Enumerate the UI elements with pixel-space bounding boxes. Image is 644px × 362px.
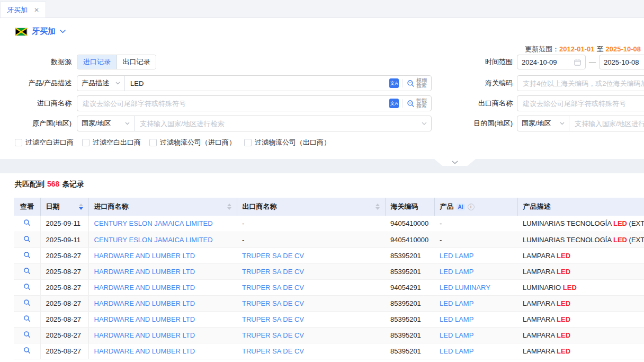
checkbox-icon[interactable]: [244, 139, 252, 146]
hs-code-field: [517, 75, 644, 91]
row-description: LUMINARIAS TECNOLOGÍA LED (EXT...: [517, 232, 644, 248]
row-product-link: -: [440, 236, 442, 244]
origin-label: 原产国(地区): [0, 119, 71, 128]
view-record-button[interactable]: [23, 219, 31, 226]
row-exporter-link[interactable]: TRUPER SA DE CV: [242, 299, 304, 307]
smart-search-button[interactable]: 智能搜索: [407, 98, 427, 109]
row-importer-link[interactable]: HARDWARE AND LUMBER LTD: [94, 347, 195, 355]
view-record-button[interactable]: [23, 347, 31, 354]
translate-icon[interactable]: 文A: [389, 78, 399, 88]
checkbox-filter-logistics-exporter[interactable]: 过滤物流公司（出口商）: [244, 138, 330, 147]
checkbox-icon[interactable]: [82, 139, 90, 146]
row-importer-link[interactable]: HARDWARE AND LUMBER LTD: [94, 315, 195, 323]
panel-gap: [0, 159, 644, 173]
date-start-field[interactable]: [517, 55, 586, 69]
col-date-label: 日期: [46, 202, 60, 211]
sort-exporter-icon[interactable]: [375, 204, 380, 210]
collapse-filters-handle[interactable]: [434, 159, 476, 166]
close-icon[interactable]: ✕: [34, 7, 39, 13]
product-label: 产品/产品描述: [0, 78, 71, 88]
row-exporter-link[interactable]: TRUPER SA DE CV: [242, 268, 304, 276]
product-search-input[interactable]: [125, 76, 389, 91]
filter-checkbox-row: 过滤空白进口商 过滤空白出口商 过滤物流公司（进口商） 过滤物流公司（出口商）: [15, 138, 330, 147]
date-start-input[interactable]: [522, 58, 571, 66]
date-end-field[interactable]: [599, 55, 644, 69]
checkbox-icon[interactable]: [149, 139, 157, 146]
sort-date-icon[interactable]: [79, 204, 83, 210]
desc-pre: LAMPARA: [523, 331, 557, 339]
col-product: 产品AIi: [434, 198, 517, 216]
desc-pre: LAMPARA: [523, 252, 557, 260]
origin-input[interactable]: [135, 116, 422, 131]
row-description: LAMPARA LED: [517, 295, 644, 311]
col-importer[interactable]: 进口商名称: [88, 198, 237, 216]
checkbox-filter-logistics-importer[interactable]: 过滤物流公司（进口商）: [149, 138, 236, 147]
view-record-button[interactable]: [23, 251, 31, 259]
row-product-link[interactable]: LED LAMP: [440, 331, 473, 339]
row-importer-link[interactable]: HARDWARE AND LUMBER LTD: [94, 331, 195, 339]
time-range-label: 时间范围: [441, 57, 513, 67]
view-record-button[interactable]: [23, 331, 31, 338]
origin-type-select[interactable]: 国家/地区: [77, 116, 135, 131]
destination-input[interactable]: [569, 116, 644, 131]
country-selector[interactable]: 牙买加: [15, 27, 66, 37]
sort-importer-icon[interactable]: [227, 204, 231, 210]
row-importer-link[interactable]: CENTURY ESLON JAMAICA LIMITED: [94, 236, 213, 244]
product-type-value: 产品描述: [82, 78, 109, 88]
data-source-toggle: 进口记录 出口记录: [77, 55, 156, 69]
row-importer-link[interactable]: HARDWARE AND LUMBER LTD: [94, 299, 195, 307]
row-importer-link[interactable]: CENTURY ESLON JAMAICA LIMITED: [94, 219, 213, 227]
view-record-button[interactable]: [23, 299, 31, 306]
importer-input[interactable]: [77, 96, 389, 111]
update-range-to: 2025-10-08: [606, 45, 641, 53]
checkbox-icon[interactable]: [15, 139, 22, 146]
fuzzy-line2: 搜索: [416, 83, 427, 89]
checkbox-label: 过滤空白出口商: [93, 138, 141, 147]
product-type-select[interactable]: 产品描述: [77, 76, 125, 91]
table-row: 2025-08-27 HARDWARE AND LUMBER LTD TRUPE…: [14, 263, 644, 279]
toggle-import-records[interactable]: 进口记录: [77, 55, 117, 69]
row-product-link[interactable]: LED LAMP: [440, 315, 473, 323]
row-product-link[interactable]: LED LAMP: [440, 252, 473, 260]
checkbox-filter-blank-importer[interactable]: 过滤空白进口商: [15, 138, 74, 147]
row-hs-code: 85395201: [385, 343, 434, 359]
row-exporter-link[interactable]: TRUPER SA DE CV: [242, 331, 304, 339]
search-icon: [23, 219, 31, 226]
row-exporter-link[interactable]: TRUPER SA DE CV: [242, 284, 304, 292]
exporter-input[interactable]: [517, 96, 644, 111]
view-record-button[interactable]: [23, 283, 31, 290]
tab-jamaica[interactable]: 牙买加 ✕: [0, 2, 46, 17]
toggle-export-records[interactable]: 出口记录: [117, 55, 156, 69]
row-exporter-link[interactable]: TRUPER SA DE CV: [242, 252, 304, 260]
row-importer-link[interactable]: HARDWARE AND LUMBER LTD: [94, 268, 195, 276]
origin-type-value: 国家/地区: [82, 119, 111, 128]
divider: [402, 99, 403, 108]
row-product-link[interactable]: LED LAMP: [440, 268, 473, 276]
row-exporter-link[interactable]: TRUPER SA DE CV: [242, 347, 304, 355]
chevron-down-icon[interactable]: [422, 122, 427, 126]
fuzzy-search-button[interactable]: 模糊搜索: [407, 78, 427, 89]
row-product-link[interactable]: LED LUMINARY: [440, 284, 490, 292]
row-product-link[interactable]: LED LAMP: [440, 299, 473, 307]
row-importer-link[interactable]: HARDWARE AND LUMBER LTD: [94, 284, 195, 292]
desc-pre: LUMINARIO: [523, 284, 563, 292]
row-importer-link[interactable]: HARDWARE AND LUMBER LTD: [94, 252, 195, 260]
exporter-field: [517, 95, 644, 111]
translate-icon[interactable]: 文A: [389, 99, 399, 108]
hs-code-input[interactable]: [517, 76, 644, 91]
col-exporter[interactable]: 出口商名称: [237, 198, 385, 216]
desc-pre: LAMPARA: [523, 347, 557, 355]
col-date[interactable]: 日期: [40, 198, 88, 216]
view-record-button[interactable]: [23, 235, 31, 243]
date-end-input[interactable]: [604, 58, 644, 66]
info-icon[interactable]: i: [468, 204, 475, 210]
view-record-button[interactable]: [23, 315, 31, 322]
checkbox-label: 过滤空白进口商: [25, 138, 74, 147]
destination-type-select[interactable]: 国家/地区: [517, 116, 569, 131]
row-description: LAMPARA LED: [517, 263, 644, 279]
table-row: 2025-08-27 HARDWARE AND LUMBER LTD TRUPE…: [14, 248, 644, 263]
row-product-link[interactable]: LED LAMP: [440, 347, 473, 355]
view-record-button[interactable]: [23, 267, 31, 275]
row-exporter-link[interactable]: TRUPER SA DE CV: [242, 315, 304, 323]
checkbox-filter-blank-exporter[interactable]: 过滤空白出口商: [82, 138, 141, 147]
